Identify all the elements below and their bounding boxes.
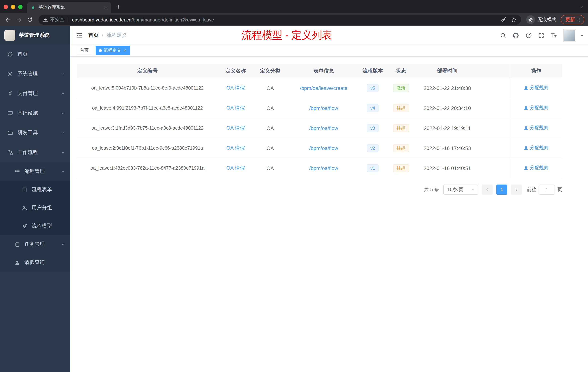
cell-category: OA (253, 98, 287, 118)
sidebar-item-home[interactable]: 首页 (0, 44, 70, 64)
minimize-window-button[interactable] (11, 5, 15, 9)
cell-category: OA (253, 78, 287, 98)
back-button[interactable] (3, 15, 13, 25)
assign-rule-link[interactable]: 分配规则 (524, 165, 549, 171)
fullscreen-icon[interactable] (538, 32, 544, 38)
sidebar-item-label: 任务管理 (24, 241, 45, 248)
maximize-window-button[interactable] (18, 5, 22, 9)
avatar-caret-down-icon[interactable] (580, 33, 584, 38)
sidebar-item-label: 研发工具 (17, 130, 38, 136)
security-label[interactable]: 不安全 (50, 16, 64, 23)
tab-search-button[interactable] (578, 3, 584, 10)
form-info-link[interactable]: /bpm/oa/leave/create (300, 85, 347, 91)
forward-arrow-icon (16, 17, 22, 23)
url-divider (68, 17, 68, 22)
github-icon[interactable] (512, 32, 519, 39)
next-page-button[interactable] (511, 184, 522, 195)
sidebar-item-process-model[interactable]: 流程模型 (0, 217, 70, 235)
cell-deploy-time: 2022-01-16 17:46:53 (416, 138, 478, 158)
bookmark-star-icon[interactable] (511, 17, 517, 22)
font-size-icon[interactable] (551, 32, 557, 39)
assign-rule-link[interactable]: 分配规则 (524, 105, 549, 111)
reload-icon (27, 17, 33, 22)
sidebar-item-process-mgmt[interactable]: 流程管理 (0, 162, 70, 181)
cell-filler (478, 78, 510, 98)
table-row: oa_leave:4:991f2193-7b7f-11ec-a3c8-acde4… (77, 98, 562, 118)
definition-table: 定义编号 定义名称 定义分类 表单信息 流程版本 状态 部署时间 操作 (77, 64, 562, 178)
app-page: 芋道管理系统 首页 系统管理 支付管理 基础设施 (0, 26, 588, 372)
clipboard-icon (15, 241, 20, 247)
definition-name-link[interactable]: OA 请假 (226, 125, 245, 131)
help-question-icon[interactable] (525, 32, 532, 39)
assign-rule-link[interactable]: 分配规则 (524, 125, 549, 131)
form-info-link[interactable]: /bpm/oa/flow (309, 125, 338, 131)
sidebar-item-payment-mgmt[interactable]: 支付管理 (0, 84, 70, 103)
incognito-label: 无痕模式 (537, 16, 556, 23)
content-area: 定义编号 定义名称 定义分类 表单信息 流程版本 状态 部署时间 操作 (70, 57, 588, 372)
form-info-link[interactable]: /bpm/oa/flow (309, 105, 338, 111)
page-number-button[interactable]: 1 (496, 184, 507, 195)
definition-name-link[interactable]: OA 请假 (226, 105, 245, 110)
cell-category: OA (253, 158, 287, 178)
breadcrumb-home[interactable]: 首页 (88, 32, 99, 39)
assign-rule-link[interactable]: 分配规则 (524, 85, 549, 91)
sidebar-logo[interactable]: 芋道管理系统 (0, 26, 70, 44)
sidebar-item-task-mgmt[interactable]: 任务管理 (0, 235, 70, 253)
version-tag: v2 (367, 144, 378, 152)
chevron-down-icon (61, 72, 65, 76)
address-bar[interactable]: 不安全 dashboard.yudao.iocoder.cn/bpm/manag… (39, 15, 521, 25)
definition-name-link[interactable]: OA 请假 (226, 85, 245, 90)
page-size-select[interactable]: 10条/页 (443, 184, 478, 195)
close-window-button[interactable] (4, 5, 8, 9)
col-header-form-info: 表单信息 (287, 64, 360, 78)
sidebar-item-workflow[interactable]: 工作流程 (0, 143, 70, 162)
tab-close-icon[interactable] (104, 5, 108, 10)
table-row: oa_leave:2:3c1f0ef1-76b1-11ec-9c66-a2380… (77, 138, 562, 158)
breadcrumb-separator: / (102, 33, 103, 38)
tag-process-definition[interactable]: 流程定义 (96, 46, 130, 55)
tag-home[interactable]: 首页 (77, 46, 92, 55)
sidebar-item-user-group[interactable]: 用户分组 (0, 199, 70, 217)
chevron-down-icon (471, 187, 475, 192)
forward-button[interactable] (14, 15, 24, 25)
sidebar-item-infrastructure[interactable]: 基础设施 (0, 103, 70, 123)
definition-name-link[interactable]: OA 请假 (226, 165, 245, 171)
col-header-definition-category: 定义分类 (253, 64, 287, 78)
sidebar-item-dev-tools[interactable]: 研发工具 (0, 123, 70, 143)
reload-button[interactable] (25, 15, 35, 25)
form-info-link[interactable]: /bpm/oa/flow (309, 145, 338, 151)
sidebar-item-label: 流程表单 (32, 186, 52, 193)
status-badge: 挂起 (393, 164, 409, 172)
sidebar-item-system-mgmt[interactable]: 系统管理 (0, 64, 70, 84)
password-key-icon[interactable] (501, 17, 506, 22)
browser-toolbar: 不安全 dashboard.yudao.iocoder.cn/bpm/manag… (0, 13, 588, 26)
chrome-update-button[interactable]: 更新 (561, 15, 584, 24)
cell-definition-id: oa_leave:2:3c1f0ef1-76b1-11ec-9c66-a2380… (77, 138, 218, 158)
tab-title: 芋道管理系统 (39, 4, 104, 11)
person-icon (524, 86, 528, 90)
prev-page-button[interactable] (482, 184, 493, 195)
sidebar-item-process-form[interactable]: 流程表单 (0, 181, 70, 199)
table-row: oa_leave:3:1fad3d93-7b75-11ec-a3c8-acde4… (77, 118, 562, 138)
person-icon (524, 126, 528, 130)
top-navbar: 首页 / 流程定义 流程模型 - 定义列表 (70, 26, 588, 44)
goto-page-input[interactable] (539, 184, 555, 195)
chevron-up-icon (61, 169, 65, 174)
kebab-menu-icon[interactable] (576, 17, 582, 22)
form-info-link[interactable]: /bpm/oa/flow (309, 165, 338, 171)
sidebar-toggle-button[interactable] (70, 26, 88, 44)
tag-close-icon[interactable] (123, 48, 127, 52)
chevron-up-icon (61, 150, 65, 155)
definition-name-link[interactable]: OA 请假 (226, 145, 245, 151)
pagination: 共 5 条 10条/页 1 前往 页 (77, 184, 562, 195)
cell-filler (478, 138, 510, 158)
sidebar-item-label: 系统管理 (17, 71, 38, 77)
assign-rule-link[interactable]: 分配规则 (524, 145, 549, 151)
new-tab-button[interactable] (114, 2, 124, 12)
chevron-down-icon (578, 4, 584, 10)
user-avatar[interactable] (563, 29, 576, 42)
person-icon (524, 166, 528, 170)
search-icon[interactable] (500, 32, 506, 38)
browser-tab[interactable]: 芋道管理系统 (27, 2, 111, 13)
sidebar-item-leave-query[interactable]: 请假查询 (0, 253, 70, 272)
